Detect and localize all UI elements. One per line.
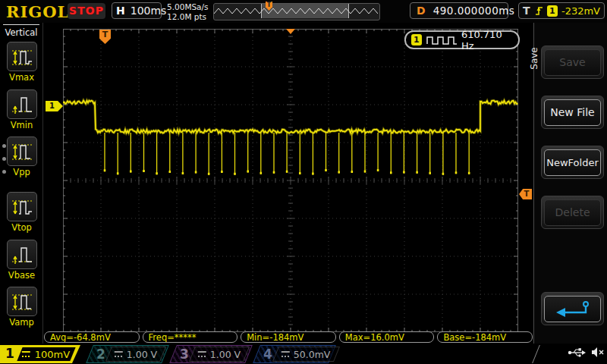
vpp-button[interactable] bbox=[7, 136, 37, 166]
timebase-value: 100ms bbox=[131, 5, 167, 17]
preview-waveform-icon bbox=[214, 4, 378, 18]
channel-1-scale-box: 100mV bbox=[17, 347, 75, 361]
header-bar: RIGOL STOP H 100ms 5.00MSa/s 12.0M pts T… bbox=[0, 0, 607, 23]
channel-1-status[interactable]: 1 100mV bbox=[0, 345, 80, 363]
trigger-box: T 1 -232mV bbox=[518, 2, 605, 19]
save-button[interactable]: Save bbox=[541, 46, 604, 79]
status-divider bbox=[532, 345, 540, 363]
horizontal-center-icon bbox=[286, 29, 295, 34]
channel-1-scale: 100mV bbox=[35, 349, 70, 360]
measure-category-title: Vertical bbox=[3, 24, 39, 38]
graticule bbox=[63, 29, 518, 332]
channel-4-scale: 50.0mV bbox=[294, 349, 331, 360]
delay-box: D 490.000000ms bbox=[410, 2, 508, 19]
speaker-muted-icon bbox=[591, 347, 605, 358]
vmin-label: Vmin bbox=[0, 120, 43, 130]
run-state-badge: STOP bbox=[68, 3, 105, 19]
frequency-counter: 1 610.710 Hz bbox=[404, 30, 520, 49]
freq-counter-channel-badge: 1 bbox=[411, 34, 422, 46]
back-button[interactable] bbox=[541, 292, 604, 325]
delay-value: 490.000000ms bbox=[433, 5, 515, 17]
frequency-value: 610.710 Hz bbox=[461, 29, 513, 52]
delete-button-label: Delete bbox=[544, 199, 601, 226]
menu-tab-save: Save bbox=[529, 39, 539, 78]
return-arrow-icon bbox=[551, 299, 595, 318]
vtop-button[interactable] bbox=[7, 192, 37, 221]
measurement-avg: Avg=-64.8mV bbox=[44, 331, 140, 343]
new-file-button[interactable]: New File bbox=[541, 96, 604, 129]
page-dot bbox=[2, 157, 6, 161]
measure-sidebar: Vertical Vmax Vmin bbox=[0, 23, 43, 344]
vpp-icon bbox=[9, 140, 35, 164]
new-file-button-label: New File bbox=[544, 99, 601, 126]
oscilloscope-screen: RIGOL STOP H 100ms 5.00MSa/s 12.0M pts T… bbox=[0, 0, 607, 364]
dc-coupling-icon bbox=[281, 351, 290, 358]
sidebar-item-vtop[interactable]: Vtop bbox=[0, 192, 43, 233]
usb-icon bbox=[568, 347, 586, 358]
sidebar-item-vbase[interactable]: Vbase bbox=[0, 240, 43, 281]
rigol-logo: RIGOL bbox=[6, 2, 69, 21]
delay-label: D bbox=[417, 5, 426, 17]
rising-edge-icon bbox=[534, 5, 543, 17]
sidebar-item-vmin[interactable]: Vmin bbox=[0, 89, 43, 130]
vamp-label: Vamp bbox=[0, 317, 43, 328]
channel-4-number: 4 bbox=[263, 347, 272, 362]
vtop-label: Vtop bbox=[0, 222, 43, 233]
back-button-face bbox=[544, 296, 601, 322]
channel-status-bar: 1 100mV 2 1.00 V 3 bbox=[0, 344, 607, 364]
trigger-source-badge: 1 bbox=[547, 5, 558, 17]
channel-3-number: 3 bbox=[180, 347, 189, 362]
channel-3-scale: 1.00 V bbox=[210, 349, 241, 360]
channel1-ground-marker[interactable]: 1 bbox=[46, 101, 63, 111]
sample-rate: 5.00MSa/s bbox=[167, 2, 209, 12]
vamp-button[interactable] bbox=[7, 287, 37, 316]
dc-coupling-icon bbox=[115, 351, 123, 358]
vamp-icon bbox=[9, 290, 35, 314]
vtop-icon bbox=[9, 195, 35, 219]
sample-rate-readout: 5.00MSa/s 12.0M pts bbox=[167, 2, 209, 21]
page-dot bbox=[2, 144, 6, 148]
vpp-label: Vpp bbox=[0, 167, 43, 177]
channel-3-status[interactable]: 3 1.00 V bbox=[169, 345, 253, 363]
vbase-label: Vbase bbox=[0, 270, 43, 281]
save-button-label: Save bbox=[544, 49, 601, 76]
page-dot bbox=[2, 170, 6, 174]
vmax-label: Vmax bbox=[0, 72, 43, 83]
waveform-preview-bar: T bbox=[213, 3, 380, 20]
new-folder-button-label: NewFolder bbox=[544, 149, 601, 176]
channel-4-status[interactable]: 4 50.0mV bbox=[253, 345, 336, 363]
vmax-button[interactable] bbox=[7, 42, 37, 71]
channel-2-scale: 1.00 V bbox=[127, 349, 157, 360]
menu-page-dots bbox=[2, 144, 6, 174]
vbase-icon bbox=[9, 243, 35, 267]
sidebar-item-vmax[interactable]: Vmax bbox=[0, 42, 43, 83]
trigger-level-icon[interactable]: T bbox=[519, 189, 532, 199]
measurement-results-bar: Avg=-64.8mV Freq=***** Min=-184mV Max=16… bbox=[44, 331, 533, 343]
channel-1-number: 1 bbox=[5, 346, 14, 361]
sidebar-item-vpp[interactable]: Vpp bbox=[0, 136, 43, 177]
channel-2-status[interactable]: 2 1.00 V bbox=[86, 345, 169, 363]
square-wave-icon bbox=[426, 35, 457, 46]
measurement-freq: Freq=***** bbox=[143, 331, 238, 343]
vbase-button[interactable] bbox=[7, 240, 37, 269]
system-status-icons bbox=[568, 347, 605, 358]
new-folder-button[interactable]: NewFolder bbox=[541, 146, 604, 179]
vmin-icon bbox=[9, 93, 35, 117]
softkey-menu-panel: Save Save New File NewFolder Delete bbox=[533, 23, 607, 344]
dc-coupling-icon bbox=[198, 351, 206, 358]
vmin-button[interactable] bbox=[7, 89, 37, 119]
waveform-display: 1 T T 1 610.710 Hz Avg=-64.8mV Freq=****… bbox=[43, 23, 533, 344]
delete-button[interactable]: Delete bbox=[541, 196, 604, 229]
trigger-label: T bbox=[523, 5, 530, 17]
dc-coupling-icon bbox=[22, 351, 30, 358]
measurement-max: Max=16.0mV bbox=[339, 331, 435, 343]
vmax-icon bbox=[9, 45, 35, 69]
memory-depth: 12.0M pts bbox=[167, 12, 209, 22]
measurement-base: Base=-184mV bbox=[437, 331, 533, 343]
measurement-min: Min=-184mV bbox=[241, 331, 336, 343]
sidebar-item-vamp[interactable]: Vamp bbox=[0, 287, 43, 328]
channel-2-number: 2 bbox=[96, 347, 105, 362]
trigger-level-value: -232mV bbox=[561, 5, 600, 17]
h-label: H bbox=[116, 5, 125, 17]
horizontal-timebase-box: H 100ms bbox=[112, 2, 162, 19]
